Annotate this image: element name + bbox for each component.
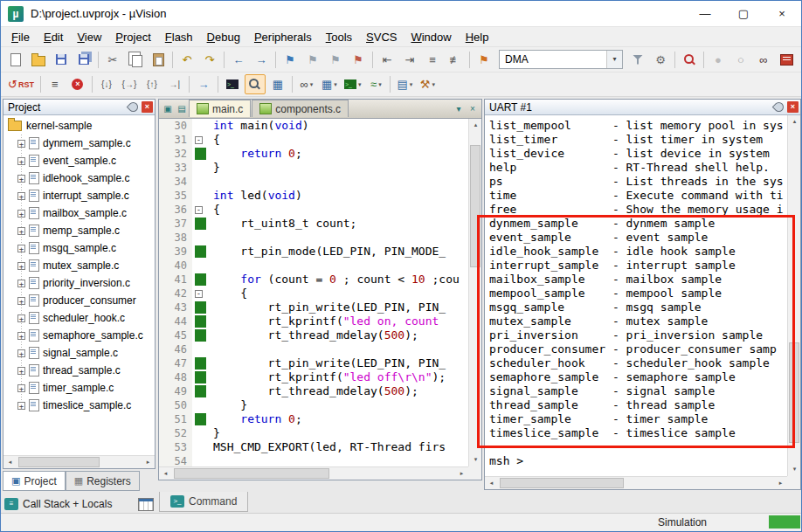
paste-icon[interactable] [148, 50, 169, 70]
expand-icon[interactable]: + [17, 280, 25, 287]
project-hscrollbar[interactable]: ◂ ▸ [3, 455, 155, 468]
scrollbar-thumb[interactable] [789, 342, 799, 443]
maximize-editor-icon[interactable]: ▣ [161, 101, 175, 117]
tree-item-priority_inversion.c[interactable]: +priority_inversion.c [3, 274, 155, 292]
close-panel-icon[interactable]: × [142, 101, 153, 113]
step-over-icon[interactable]: {→} [119, 74, 140, 94]
fold-icon[interactable]: - [195, 136, 203, 144]
kill-breakpoints-icon[interactable] [67, 74, 88, 94]
close-panel-icon[interactable]: × [787, 101, 799, 113]
toolbox-icon[interactable]: ⚒▾ [417, 74, 438, 94]
scrollbar-track[interactable] [788, 128, 800, 463]
code-line-38[interactable]: 38 [159, 231, 468, 245]
menu-window[interactable]: Window [404, 27, 458, 47]
callstack-bar[interactable]: ≡ Call Stack + Locals [3, 495, 156, 513]
find-in-files-icon[interactable] [679, 50, 700, 70]
scroll-down-icon[interactable]: ▾ [469, 453, 482, 466]
code-line-54[interactable]: 54 [159, 454, 468, 466]
editor-vscrollbar[interactable]: ▴ ▾ [468, 119, 481, 466]
editor-tab-main.c[interactable]: main.c [189, 100, 251, 117]
expand-icon[interactable]: + [17, 192, 25, 200]
navigate-forward-icon[interactable]: → [251, 50, 272, 70]
run-to-cursor-icon[interactable]: →| [164, 74, 185, 94]
scroll-up-icon[interactable]: ▴ [469, 119, 482, 132]
save-icon[interactable] [51, 50, 72, 70]
options-for-target-icon[interactable] [627, 50, 648, 70]
scrollbar-thumb[interactable] [18, 457, 100, 467]
scrollbar-track[interactable] [498, 477, 774, 489]
tree-item-timer_sample.c[interactable]: +timer_sample.c [3, 379, 155, 397]
menu-project[interactable]: Project [108, 27, 157, 47]
scrollbar-track[interactable] [172, 467, 455, 480]
menu-debug[interactable]: Debug [200, 27, 247, 47]
tree-item-mutex_sample.c[interactable]: +mutex_sample.c [3, 257, 155, 274]
scroll-left-icon[interactable]: ◂ [485, 477, 498, 490]
scroll-right-icon[interactable]: ▸ [142, 456, 155, 469]
unindent-icon[interactable]: ⇤ [377, 50, 398, 70]
close-file-icon[interactable]: × [466, 101, 480, 117]
configure-flash-icon[interactable]: ⚙ [650, 50, 671, 70]
tree-item-memp_sample.c[interactable]: +memp_sample.c [3, 222, 155, 239]
serial-windows-icon[interactable]: ▾ [342, 74, 364, 94]
pin-icon[interactable] [127, 100, 141, 114]
scroll-up-icon[interactable]: ▴ [788, 115, 801, 128]
menu-flash[interactable]: Flash [158, 27, 200, 47]
uart-vscrollbar[interactable]: ▴ ▾ [787, 115, 800, 476]
expand-icon[interactable]: + [17, 227, 25, 235]
scrollbar-track[interactable] [469, 132, 481, 453]
save-all-icon[interactable] [73, 50, 94, 70]
code-line-48[interactable]: 48 rt_kprintf("led off\r\n"); [159, 370, 468, 384]
menu-view[interactable]: View [70, 27, 108, 47]
code-line-43[interactable]: 43 rt_pin_write(LED_PIN, PIN_ [159, 301, 468, 314]
breakpoint-circle-icon[interactable]: ○ [730, 50, 751, 70]
uncomment-icon[interactable]: ≢ [445, 50, 466, 70]
undo-icon[interactable]: ↶ [176, 50, 197, 70]
tree-item-signal_sample.c[interactable]: +signal_sample.c [3, 344, 155, 362]
code-line-50[interactable]: 50 } [159, 398, 468, 412]
analysis-windows-icon[interactable]: ≈▾ [365, 74, 386, 94]
fold-icon[interactable]: - [195, 206, 203, 214]
code-line-34[interactable]: 34 [159, 175, 468, 189]
fold-icon[interactable]: - [195, 290, 203, 298]
menu-svcs[interactable]: SVCS [359, 27, 404, 47]
redo-icon[interactable]: ↷ [199, 50, 220, 70]
uart-hscrollbar[interactable]: ◂ ▸ [485, 476, 787, 489]
split-editor-icon[interactable]: ▤ [175, 101, 189, 117]
expand-icon[interactable]: + [17, 157, 25, 165]
close-button[interactable]: × [763, 1, 801, 27]
scroll-right-icon[interactable]: ▸ [455, 467, 468, 480]
scrollbar-thumb[interactable] [470, 145, 481, 267]
scrollbar-thumb[interactable] [174, 468, 329, 479]
tree-item-producer_consumer[interactable]: +producer_consumer [3, 292, 155, 309]
code-line-33[interactable]: 33} [159, 161, 468, 175]
step-out-icon[interactable]: {↑} [142, 74, 162, 94]
tree-root-kernel-sample[interactable]: kernel-sample [3, 117, 155, 135]
minimize-button[interactable]: — [686, 1, 724, 27]
expand-icon[interactable]: + [17, 384, 25, 392]
tree-item-msgq_sample.c[interactable]: +msgq_sample.c [3, 239, 155, 257]
combo-arrow-icon[interactable]: ▾ [606, 51, 622, 68]
code-line-40[interactable]: 40 [159, 259, 468, 273]
tree-item-scheduler_hook.c[interactable]: +scheduler_hook.c [3, 309, 155, 327]
scrollbar-track[interactable] [17, 456, 142, 468]
tree-item-timeslice_sample.c[interactable]: +timeslice_sample.c [3, 397, 155, 414]
code-line-41[interactable]: 41 for (count = 0 ; count < 10 ;cou [159, 273, 468, 287]
expand-icon[interactable]: + [17, 349, 25, 357]
expand-icon[interactable]: + [17, 245, 25, 252]
code-line-49[interactable]: 49 rt_thread_mdelay(500); [159, 384, 468, 398]
tree-item-event_sample.c[interactable]: +event_sample.c [3, 152, 155, 169]
menu-edit[interactable]: Edit [37, 27, 70, 47]
open-file-icon[interactable] [28, 50, 49, 70]
cut-icon[interactable]: ✂ [102, 50, 123, 70]
scrollbar-thumb[interactable] [500, 478, 624, 488]
indent-icon[interactable]: ⇥ [399, 50, 420, 70]
spreadsheet-icon[interactable] [138, 498, 154, 511]
scroll-right-icon[interactable]: ▸ [774, 477, 787, 490]
tree-item-mailbox_sample.c[interactable]: +mailbox_sample.c [3, 204, 155, 222]
code-line-47[interactable]: 47 rt_pin_write(LED_PIN, PIN_ [159, 356, 468, 370]
expand-icon[interactable]: + [17, 140, 25, 148]
code-line-44[interactable]: 44 rt_kprintf("led on, count [159, 314, 468, 328]
scroll-down-icon[interactable]: ▾ [788, 463, 801, 476]
code-line-35[interactable]: 35int led(void) [159, 189, 468, 203]
symbol-window-icon[interactable]: ▦ [267, 74, 288, 94]
